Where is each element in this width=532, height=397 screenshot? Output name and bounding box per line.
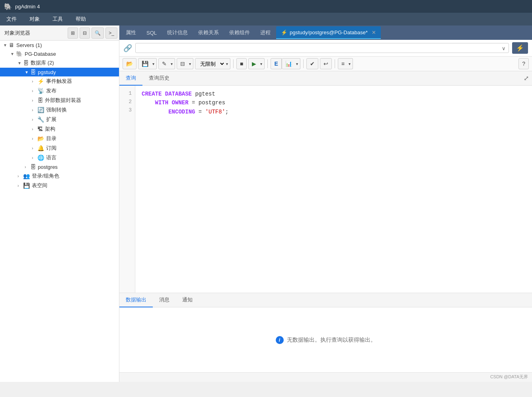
tree-item-subscriptions[interactable]: ›🔔订阅 bbox=[0, 143, 119, 153]
tree-item-foreign-data[interactable]: ›🗄外部数据封装器 bbox=[0, 96, 119, 105]
results-tabs: 数据输出 消息 通知 bbox=[119, 293, 532, 307]
tree-item-login-roles[interactable]: ›👥登录/组角色 bbox=[0, 171, 119, 181]
editor-tab-bar: 查询 查询历史 ⤢ bbox=[119, 71, 532, 86]
connection-action-button[interactable]: ⚡ bbox=[512, 42, 528, 54]
results-panel: 数据输出 消息 通知 i 无数据输出。执行查询以获得输出。 bbox=[119, 293, 532, 372]
content-area: 属性 SQL 统计信息 依赖关系 依赖组件 进程 ⚡ pgstudy/postg… bbox=[119, 25, 532, 382]
results-tab-messages[interactable]: 消息 bbox=[153, 293, 176, 307]
tree-arrow-databases: ▼ bbox=[18, 61, 23, 65]
save-button[interactable]: 💾 bbox=[138, 58, 152, 69]
macros-button-group: ≡ ▾ bbox=[338, 58, 353, 69]
code-line-1: CREATE DATABASE pgtest bbox=[142, 90, 526, 98]
results-content: i 无数据输出。执行查询以获得输出。 bbox=[119, 307, 532, 372]
results-tab-notifications[interactable]: 通知 bbox=[176, 293, 199, 307]
tree-arrow-login-roles: › bbox=[18, 174, 23, 178]
expand-editor-button[interactable]: ⤢ bbox=[520, 73, 532, 84]
tree-label-languages: 语言 bbox=[46, 154, 57, 161]
commit-button[interactable]: ✔ bbox=[306, 58, 318, 69]
explain-analyze-button[interactable]: 📊 bbox=[282, 58, 296, 69]
code-line-2: WITH OWNER = postgres bbox=[142, 98, 526, 107]
sidebar-btn-collapse[interactable]: ⊟ bbox=[80, 27, 90, 39]
tree-item-extensions[interactable]: ›🔧扩展 bbox=[0, 115, 119, 124]
open-file-button[interactable]: 📂 bbox=[123, 58, 136, 69]
tree-icon-catalogs: 📂 bbox=[37, 135, 44, 142]
tree-item-publish[interactable]: ›📡发布 bbox=[0, 86, 119, 96]
sidebar: 对象浏览器 ⊞ ⊟ 🔍 >_ ▼🖥Servers (1)▼🐘PG-Databas… bbox=[0, 25, 119, 382]
tree-item-schemas[interactable]: ›🏗架构 bbox=[0, 124, 119, 134]
footer-text: CSDN @DATA无界 bbox=[490, 374, 528, 379]
tree-label-login-roles: 登录/组角色 bbox=[32, 172, 59, 180]
tree-label-extensions: 扩展 bbox=[46, 116, 57, 123]
tab-query-close[interactable]: ✕ bbox=[372, 29, 376, 35]
limit-group: 无限制 100 500 1000 ▾ bbox=[195, 58, 230, 69]
help-button[interactable]: ? bbox=[518, 58, 529, 69]
tree-icon-foreign-data: 🗄 bbox=[37, 97, 43, 104]
macros-dropdown-button[interactable]: ▾ bbox=[347, 58, 353, 69]
sidebar-btn-search[interactable]: 🔍 bbox=[92, 27, 104, 39]
tree-label-databases: 数据库 (2) bbox=[31, 59, 54, 66]
sidebar-btn-terminal[interactable]: >_ bbox=[105, 27, 117, 39]
filter-dropdown-button[interactable]: ▾ bbox=[187, 58, 193, 69]
tab-statistics[interactable]: 统计信息 bbox=[162, 26, 193, 39]
tree-item-pgstudy[interactable]: ▼🗄pgstudy bbox=[0, 68, 119, 76]
tree-item-postgres[interactable]: ›🗄postgres bbox=[0, 162, 119, 171]
edit-dropdown-button[interactable]: ▾ bbox=[169, 58, 175, 69]
tree-item-catalogs[interactable]: ›📂目录 bbox=[0, 134, 119, 143]
tree-icon-publish: 📡 bbox=[37, 88, 44, 94]
sidebar-btn-grid[interactable]: ⊞ bbox=[68, 27, 78, 39]
stop-button[interactable]: ■ bbox=[236, 58, 247, 69]
save-dropdown-button[interactable]: ▾ bbox=[150, 58, 157, 69]
tree-arrow-tablespace: › bbox=[18, 184, 23, 188]
tree-label-publish: 发布 bbox=[46, 87, 57, 94]
tab-processes[interactable]: 进程 bbox=[255, 26, 275, 39]
results-tab-data-output[interactable]: 数据输出 bbox=[119, 293, 153, 307]
save-button-group: 💾 ▾ bbox=[138, 58, 157, 69]
app-icon: 🐘 bbox=[4, 3, 12, 10]
tree-arrow-catalogs: › bbox=[32, 137, 37, 141]
tree-icon-languages: 🌐 bbox=[37, 154, 44, 161]
tab-properties[interactable]: 属性 bbox=[121, 26, 141, 39]
limit-dropdown-button[interactable]: ▾ bbox=[224, 58, 230, 69]
tab-query[interactable]: ⚡ pgstudy/postgres@PG-Database* ✕ bbox=[276, 26, 381, 39]
tree-item-event-triggers[interactable]: ›⚡事件触发器 bbox=[0, 76, 119, 86]
tree-item-databases[interactable]: ▼🗄数据库 (2) bbox=[0, 58, 119, 68]
tab-query-history[interactable]: 查询历史 bbox=[142, 71, 176, 86]
tab-sql[interactable]: SQL bbox=[142, 26, 162, 39]
tree-icon-schemas: 🏗 bbox=[37, 126, 43, 132]
tree-item-pg-database[interactable]: ▼🐘PG-Database bbox=[0, 49, 119, 58]
limit-select[interactable]: 无限制 100 500 1000 bbox=[195, 58, 226, 69]
connection-select-input[interactable]: pgstudy/postgres@PG-Database bbox=[135, 43, 509, 53]
tree-item-tablespace[interactable]: ›💾表空间 bbox=[0, 181, 119, 190]
tab-dependencies[interactable]: 依赖关系 bbox=[193, 26, 224, 39]
tab-query-editor[interactable]: 查询 bbox=[119, 71, 142, 86]
explain-button[interactable]: E bbox=[271, 58, 281, 69]
results-empty-message: 无数据输出。执行查询以获得输出。 bbox=[287, 336, 376, 344]
rollback-button[interactable]: ↩ bbox=[320, 58, 332, 69]
info-icon: i bbox=[276, 336, 284, 344]
menu-object[interactable]: 对象 bbox=[27, 14, 42, 24]
tree-arrow-subscriptions: › bbox=[32, 146, 37, 151]
menu-tools[interactable]: 工具 bbox=[50, 14, 65, 24]
sidebar-toolbar: 对象浏览器 ⊞ ⊟ 🔍 >_ bbox=[0, 25, 119, 41]
tree-icon-login-roles: 👥 bbox=[23, 173, 30, 179]
tab-dependents[interactable]: 依赖组件 bbox=[224, 26, 255, 39]
menu-help[interactable]: 帮助 bbox=[73, 14, 88, 24]
menu-file[interactable]: 文件 bbox=[4, 14, 19, 24]
code-editor[interactable]: 1 2 3 CREATE DATABASE pgtest WITH OWNER … bbox=[119, 86, 532, 293]
explain-dropdown-button[interactable]: ▾ bbox=[294, 58, 300, 69]
tree-arrow-pgstudy: ▼ bbox=[25, 70, 30, 74]
tree-item-cast[interactable]: ›🔄强制转换 bbox=[0, 105, 119, 115]
line-num-2: 2 bbox=[123, 98, 132, 106]
tree-item-languages[interactable]: ›🌐语言 bbox=[0, 153, 119, 162]
tree-item-servers[interactable]: ▼🖥Servers (1) bbox=[0, 41, 119, 49]
code-content[interactable]: CREATE DATABASE pgtest WITH OWNER = post… bbox=[135, 86, 532, 293]
run-button-group: ▶ ▾ bbox=[248, 58, 265, 69]
tab-query-label: pgstudy/postgres@PG-Database* bbox=[290, 29, 368, 35]
tree-icon-subscriptions: 🔔 bbox=[37, 145, 44, 151]
run-dropdown-button[interactable]: ▾ bbox=[258, 58, 265, 69]
tree-arrow-foreign-data: › bbox=[32, 98, 37, 103]
tree-arrow-servers: ▼ bbox=[3, 43, 9, 47]
tree-arrow-event-triggers: › bbox=[32, 79, 37, 84]
tree-label-servers: Servers (1) bbox=[16, 42, 42, 48]
tree-arrow-postgres: › bbox=[25, 165, 30, 169]
